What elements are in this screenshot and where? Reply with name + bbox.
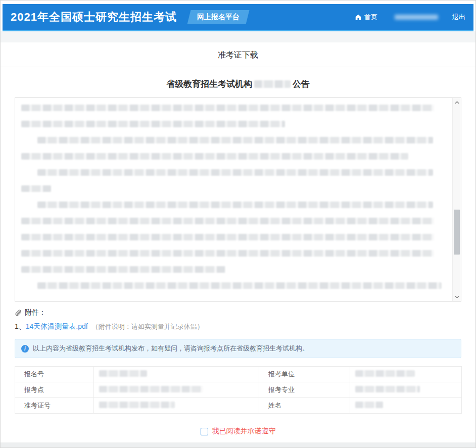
field-label: 报考专业 (259, 382, 350, 398)
field-label: 姓名 (259, 398, 350, 414)
redacted-text (99, 370, 147, 377)
field-value-redacted (350, 398, 462, 414)
field-value-redacted (94, 367, 259, 382)
attachment-link[interactable]: 14天体温测量表.pdf (26, 322, 88, 330)
page: 2021年全国硕士研究生招生考试 网上报名平台 首页 退出 准考证下载 省级教育… (0, 0, 476, 448)
redacted-line (21, 250, 434, 257)
header-left: 2021年全国硕士研究生招生考试 网上报名平台 (11, 10, 248, 25)
redacted-line (21, 105, 434, 111)
announcement-body (15, 98, 452, 301)
field-label: 报考点 (15, 382, 94, 398)
agree-row: 我已阅读并承诺遵守 (1, 427, 475, 436)
attachments-label: 附件： (25, 308, 46, 317)
redacted-org-name (254, 80, 291, 88)
section-bar: 准考证下载 (1, 42, 475, 67)
field-value-redacted (350, 382, 462, 398)
attachment-item: 1、14天体温测量表.pdf（附件说明：请如实测量并记录体温） (15, 322, 461, 331)
attachments-section: 附件： 1、14天体温测量表.pdf（附件说明：请如实测量并记录体温） (15, 308, 461, 331)
field-value-redacted (94, 398, 259, 414)
home-icon (355, 14, 362, 21)
table-row: 准考证号 姓名 (15, 398, 462, 414)
announcement-box[interactable] (15, 97, 461, 302)
info-icon: i (21, 345, 29, 353)
redacted-text (99, 402, 175, 408)
scroll-up-arrow[interactable] (453, 98, 461, 107)
platform-badge: 网上报名平台 (187, 10, 249, 24)
chevron-up-icon (455, 101, 459, 104)
field-label: 报名号 (15, 367, 94, 382)
redacted-line (21, 185, 51, 192)
paperclip-icon (15, 309, 22, 316)
redacted-text (355, 386, 420, 392)
chevron-down-icon (455, 295, 459, 298)
field-label: 报考单位 (259, 367, 350, 382)
redacted-line (21, 153, 408, 160)
info-table: 报名号 报考单位 报考点 报考专业 准考证号 姓名 (15, 366, 462, 414)
scrollbar[interactable] (452, 98, 461, 301)
content-card: 准考证下载 省级教育招生考试机构公告 附件： 1、14 (1, 42, 475, 448)
header-gap (1, 31, 475, 42)
table-row: 报名号 报考单位 (15, 367, 462, 382)
field-label: 准考证号 (15, 398, 94, 414)
attachment-note: （附件说明：请如实测量并记录体温） (92, 323, 204, 330)
home-link[interactable]: 首页 (355, 13, 377, 22)
top-header: 2021年全国硕士研究生招生考试 网上报名平台 首页 退出 (3, 4, 473, 31)
redacted-line (37, 282, 442, 289)
field-value-redacted (350, 367, 462, 382)
attachments-header: 附件： (15, 308, 461, 317)
page-title: 准考证下载 (218, 51, 258, 59)
bottom-strip (1, 442, 475, 447)
agree-checkbox[interactable] (201, 428, 208, 435)
announcement-title: 省级教育招生考试机构公告 (1, 78, 475, 90)
notice-text: 以上内容为省级教育招生考试机构发布，如有疑问，请咨询报考点所在省级教育招生考试机… (33, 344, 309, 353)
announcement-title-suffix: 公告 (293, 79, 310, 89)
redacted-line (21, 234, 434, 240)
notice-banner: i 以上内容为省级教育招生考试机构发布，如有疑问，请咨询报考点所在省级教育招生考… (15, 339, 461, 358)
redacted-text (355, 402, 383, 408)
scrollbar-thumb[interactable] (454, 210, 460, 254)
app-title: 2021年全国硕士研究生招生考试 (11, 10, 177, 25)
username-redacted (395, 15, 438, 20)
table-row: 报考点 报考专业 (15, 382, 462, 398)
agree-label: 我已阅读并承诺遵守 (212, 427, 276, 436)
attachment-index: 1、 (15, 322, 26, 330)
logout-link[interactable]: 退出 (452, 13, 465, 22)
redacted-line (21, 266, 225, 273)
redacted-line (21, 218, 434, 224)
redacted-line (21, 121, 285, 127)
platform-badge-label: 网上报名平台 (197, 13, 240, 22)
redacted-text (355, 370, 415, 377)
scroll-down-arrow[interactable] (453, 292, 461, 301)
field-value-redacted (94, 382, 259, 398)
redacted-line (37, 202, 433, 208)
redacted-text (99, 386, 203, 392)
header-right: 首页 退出 (355, 13, 465, 22)
redacted-line (37, 169, 433, 176)
announcement-title-prefix: 省级教育招生考试机构 (166, 79, 252, 89)
redacted-line (37, 137, 433, 143)
home-link-label: 首页 (364, 13, 377, 22)
